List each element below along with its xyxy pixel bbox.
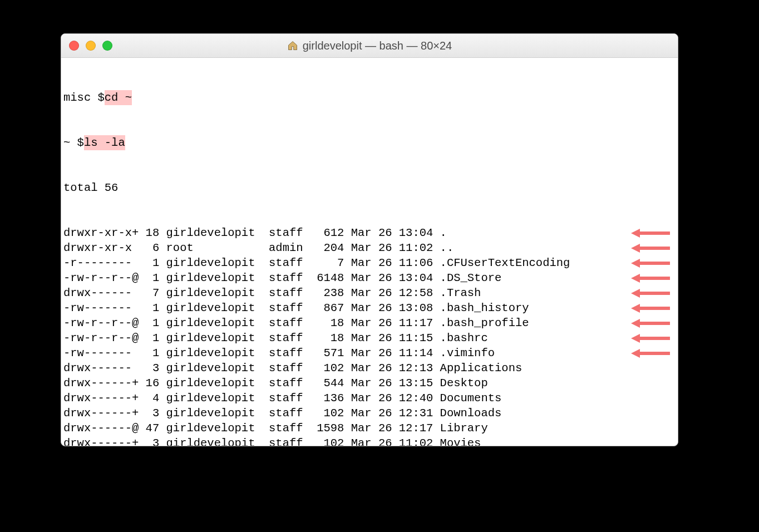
annotation-arrow-icon: [631, 288, 670, 298]
svg-marker-13: [631, 319, 640, 328]
window-titlebar: girldevelopit — bash — 80×24: [61, 34, 678, 58]
terminal-body[interactable]: misc $cd ~ ~ $ls -la total 56 drwxr-xr-x…: [61, 58, 678, 446]
output-line: total 56: [63, 180, 676, 195]
svg-marker-5: [631, 259, 640, 268]
svg-marker-1: [631, 229, 640, 238]
annotation-arrow-icon: [631, 243, 670, 253]
annotation-arrow-icon: [631, 318, 670, 328]
terminal-window: girldevelopit — bash — 80×24 misc $cd ~ …: [61, 33, 678, 446]
file-row: -rw------- 1 girldevelopit staff 571 Mar…: [63, 346, 676, 361]
file-row: -rw-r--r--@ 1 girldevelopit staff 18 Mar…: [63, 331, 676, 346]
svg-marker-17: [631, 349, 640, 358]
file-row-text: -rw------- 1 girldevelopit staff 571 Mar…: [63, 346, 495, 361]
file-row: -rw-r--r--@ 1 girldevelopit staff 6148 M…: [63, 270, 676, 285]
file-row-text: -rw------- 1 girldevelopit staff 867 Mar…: [63, 301, 529, 316]
file-row: drwxr-xr-x+ 18 girldevelopit staff 612 M…: [63, 225, 676, 240]
zoom-button[interactable]: [102, 41, 112, 51]
home-icon: [287, 40, 298, 51]
command: ls -la: [84, 135, 125, 150]
file-row-text: drwx------+ 16 girldevelopit staff 544 M…: [63, 376, 488, 391]
file-row: drwx------+ 16 girldevelopit staff 544 M…: [63, 376, 676, 391]
file-row: drwx------ 7 girldevelopit staff 238 Mar…: [63, 285, 676, 301]
annotation-arrow-icon: [631, 348, 670, 358]
annotation-arrow-icon: [631, 258, 670, 268]
annotation-arrow-icon: [631, 333, 670, 343]
file-row-text: drwx------@ 47 girldevelopit staff 1598 …: [63, 421, 488, 436]
file-listing: drwxr-xr-x+ 18 girldevelopit staff 612 M…: [63, 225, 676, 446]
svg-marker-11: [631, 304, 640, 313]
file-row: drwxr-xr-x 6 root admin 204 Mar 26 11:02…: [63, 240, 676, 255]
svg-marker-9: [631, 289, 640, 298]
svg-marker-7: [631, 274, 640, 283]
file-row-text: drwx------ 7 girldevelopit staff 238 Mar…: [63, 285, 481, 301]
svg-marker-15: [631, 334, 640, 343]
prompt: misc $: [63, 90, 105, 105]
file-row: drwx------+ 4 girldevelopit staff 136 Ma…: [63, 391, 676, 406]
command: cd ~: [105, 90, 132, 105]
file-row: drwx------ 3 girldevelopit staff 102 Mar…: [63, 361, 676, 376]
file-row: drwx------+ 3 girldevelopit staff 102 Ma…: [63, 436, 676, 446]
total-line: total 56: [63, 180, 118, 195]
prompt-line: ~ $ls -la: [63, 135, 676, 150]
file-row: -r-------- 1 girldevelopit staff 7 Mar 2…: [63, 255, 676, 270]
close-button[interactable]: [69, 41, 79, 51]
traffic-lights: [61, 41, 112, 51]
file-row-text: drwx------+ 4 girldevelopit staff 136 Ma…: [63, 391, 501, 406]
window-title: girldevelopit — bash — 80×24: [61, 40, 678, 52]
file-row-text: drwxr-xr-x 6 root admin 204 Mar 26 11:02…: [63, 240, 454, 255]
file-row: -rw------- 1 girldevelopit staff 867 Mar…: [63, 301, 676, 316]
file-row-text: -rw-r--r--@ 1 girldevelopit staff 6148 M…: [63, 270, 501, 285]
annotation-arrow-icon: [631, 273, 670, 283]
file-row-text: drwxr-xr-x+ 18 girldevelopit staff 612 M…: [63, 225, 447, 240]
prompt-line: misc $cd ~: [63, 90, 676, 105]
annotation-arrow-icon: [631, 228, 670, 238]
svg-marker-3: [631, 244, 640, 253]
minimize-button[interactable]: [86, 41, 96, 51]
file-row: drwx------@ 47 girldevelopit staff 1598 …: [63, 421, 676, 436]
annotation-arrow-icon: [631, 303, 670, 313]
file-row-text: drwx------+ 3 girldevelopit staff 102 Ma…: [63, 406, 501, 421]
file-row: -rw-r--r--@ 1 girldevelopit staff 18 Mar…: [63, 316, 676, 331]
file-row-text: -rw-r--r--@ 1 girldevelopit staff 18 Mar…: [63, 316, 529, 331]
file-row-text: -r-------- 1 girldevelopit staff 7 Mar 2…: [63, 255, 570, 270]
file-row: drwx------+ 3 girldevelopit staff 102 Ma…: [63, 406, 676, 421]
file-row-text: drwx------ 3 girldevelopit staff 102 Mar…: [63, 361, 522, 376]
prompt: ~ $: [63, 135, 84, 150]
window-title-text: girldevelopit — bash — 80×24: [303, 40, 452, 52]
file-row-text: drwx------+ 3 girldevelopit staff 102 Ma…: [63, 436, 481, 446]
file-row-text: -rw-r--r--@ 1 girldevelopit staff 18 Mar…: [63, 331, 488, 346]
